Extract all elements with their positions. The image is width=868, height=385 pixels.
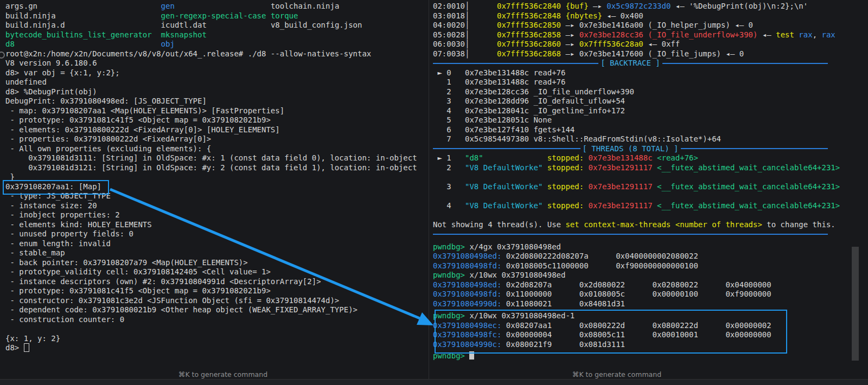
terminal-line: - dependent code: 0x3791080021b9 <Other … (5, 305, 429, 315)
warp-terminal-window: { "colors": { "background": "#18191c", "… (0, 0, 868, 385)
terminal-line: d8> var obj = {x:1, y:2}; (5, 68, 429, 78)
footer-hint-left: ⌘K to generate command (178, 370, 267, 378)
terminal-line: V8 version 9.6.180.6 (5, 59, 429, 68)
memory-highlight-box (435, 310, 787, 354)
terminal-line: 7 0x5c9854497380 v8::Shell::ReadFromStdi… (433, 134, 828, 144)
terminal-line: pwndbg> x/10wx 0x3791080498ed (433, 271, 828, 280)
terminal-line: 4 0x7e3be128041c _IO_getline_info+172 (433, 106, 828, 116)
terminal-line: 1 0x7e3be131488c read+76 (433, 78, 828, 87)
terminal-line: ► 0 0x7e3be131488c read+76 (433, 68, 828, 78)
terminal-line: 2 0x7e3be128cc36 _IO_file_underflow+390 (433, 87, 828, 97)
terminal-line: - map: 0x379108207aa1 <Map(HOLEY_ELEMENT… (5, 106, 429, 116)
terminal-line: - prototype: 0x3791081c41f5 <Object map … (5, 116, 429, 125)
terminal-line: {x: 1, y: 2} (5, 334, 429, 344)
terminal-line: d8> %DebugPrint(obj) (5, 87, 429, 97)
terminal-line: [ BACKTRACE ] (433, 59, 828, 68)
terminal-line: - All own properties (excluding elements… (5, 144, 429, 154)
terminal-line: 0x3791080498ed: 0x2d0800222d08207a 0x040… (433, 252, 828, 261)
terminal-line: pwndbg> x/4gx 0x3791080498ed (433, 242, 828, 252)
terminal-line: - properties: 0x37910800222d <FixedArray… (5, 134, 429, 144)
section-separator-label: [ THREADS (8 TOTAL) ] (580, 144, 681, 154)
terminal-line: 05:0028│ 0x7fff536c2858 —▸ 0x7e3be128cc3… (433, 30, 828, 40)
terminal-line (433, 210, 828, 220)
right-terminal-pane[interactable]: 02:0010│ 0x7fff536c2840 {buf} —▸ 0x5c987… (433, 0, 848, 361)
terminal-line: d8> (5, 343, 429, 353)
terminal-line: 0x3791081d3121: [String] in OldSpace: #y… (5, 163, 429, 173)
terminal-line: - inobject properties: 2 (5, 210, 429, 220)
terminal-line: build.ninja.d icudtl.dat v8_build_config… (5, 21, 429, 30)
terminal-line: 2 "V8 DefaultWorke" stopped: 0x7e3be1291… (433, 163, 828, 173)
terminal-line (433, 191, 828, 201)
terminal-line: - prototype_validity cell: 0x37910814240… (5, 267, 429, 277)
terminal-line: root@x2n:/home/x2n/Documents/v8/v8/out/x… (5, 49, 429, 59)
terminal-line: args.gn gen toolchain.ninja (5, 2, 429, 11)
terminal-line: undefined (5, 78, 429, 87)
terminal-line: - stable_map (5, 248, 429, 258)
section-separator-label: [ BACKTRACE ] (598, 59, 662, 68)
terminal-line: - back pointer: 0x379108207a79 <Map(HOLE… (5, 258, 429, 268)
terminal-line: - enum length: invalid (5, 239, 429, 249)
terminal-line (5, 324, 429, 334)
text-cursor (24, 343, 29, 352)
terminal-line (433, 229, 828, 239)
footer-hint-right: ⌘K to generate command (572, 370, 661, 378)
terminal-line: 07:0038│ 0x7fff536c2868 —▸ 0x7e3be141760… (433, 49, 828, 59)
terminal-line: 04:0020│ 0x7fff536c2850 —▸ 0x7e3be1416a0… (433, 21, 828, 30)
left-terminal-pane[interactable]: args.gn gen toolchain.ninjabuild.ninja g… (0, 0, 429, 353)
terminal-line: 0x3791080498ed: 0x2d08207a 0x2d080022 0x… (433, 280, 828, 290)
terminal-line: 0x37910804990d: 0x11080021 0x84081d31 (433, 299, 828, 309)
terminal-line: - elements: 0x37910800222d <FixedArray[0… (5, 125, 429, 135)
terminal-line: bytecode_builtins_list_generator mksnaps… (5, 30, 429, 40)
terminal-line: - construction counter: 0 (5, 315, 429, 325)
terminal-line: DebugPrint: 0x3791080498ed: [JS_OBJECT_T… (5, 97, 429, 106)
terminal-line: ► 1 "d8" stopped: 0x7e3be131488c <read+7… (433, 153, 828, 163)
terminal-line: 03:0018│ 0x7fff536c2848 {nbytes} ◂— 0x40… (433, 11, 828, 21)
bottom-strip (0, 379, 868, 385)
terminal-line: 02:0010│ 0x7fff536c2840 {buf} —▸ 0x5c987… (433, 2, 828, 11)
terminal-line: build.ninja gen-regexp-special-case torq… (5, 11, 429, 21)
terminal-line: 06:0030│ 0x7fff536c2860 —▸ 0x7fff536c28a… (433, 40, 828, 49)
terminal-line: 5 0x7e3be128051c None (433, 116, 828, 125)
terminal-line: - instance descriptors (own) #2: 0x37910… (5, 277, 429, 287)
terminal-line: 4 "V8 DefaultWorke" stopped: 0x7e3be1291… (433, 201, 828, 211)
terminal-line: 3 0x7e3be128dd96 _IO_default_uflow+54 (433, 97, 828, 106)
terminal-line: 0x3791080498fd: 0x0108005c11000000 0xf90… (433, 261, 828, 271)
map-highlight-box (3, 180, 109, 195)
terminal-line: - prototype: 0x3791081c41f5 <Object map … (5, 286, 429, 296)
pane-divider (429, 0, 429, 379)
terminal-line: - constructor: 0x3791081c3e2d <JSFunctio… (5, 296, 429, 306)
terminal-line: 0x3791080498fd: 0x11000000 0x0108005c 0x… (433, 290, 828, 299)
terminal-line: Not showing 4 thread(s). Use set context… (433, 220, 828, 230)
terminal-line: [ THREADS (8 TOTAL) ] (433, 144, 828, 154)
terminal-line: 6 0x7e3be127f410 fgets+144 (433, 125, 828, 135)
right-pane-scrollbar[interactable] (852, 247, 859, 361)
terminal-line: - elements kind: HOLEY_ELEMENTS (5, 220, 429, 230)
terminal-line: d8 obj (5, 40, 429, 49)
terminal-line: - unused property fields: 0 (5, 229, 429, 239)
terminal-line: 3 "V8 DefaultWorke" stopped: 0x7e3be1291… (433, 182, 828, 192)
terminal-line: - instance size: 20 (5, 201, 429, 211)
terminal-line: 0x3791081d3111: [String] in OldSpace: #x… (5, 153, 429, 163)
terminal-line (433, 172, 828, 182)
